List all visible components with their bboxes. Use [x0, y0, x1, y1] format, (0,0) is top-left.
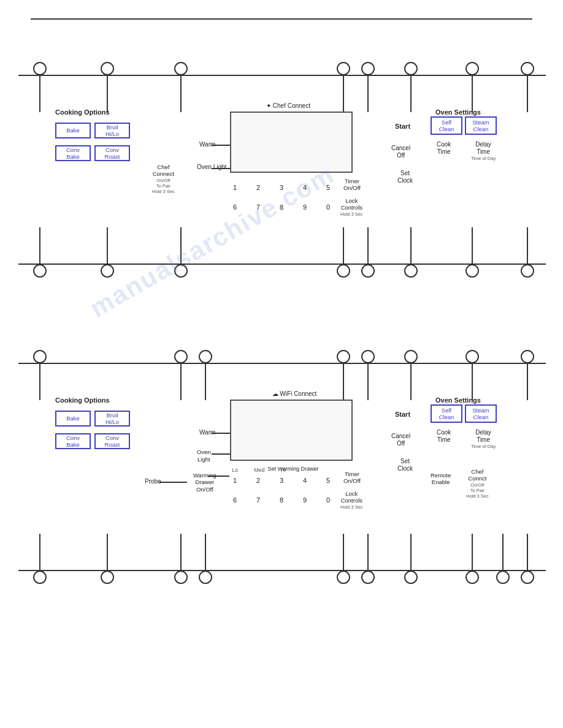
- oven-light-label-2: OvenLight: [197, 449, 211, 464]
- vline-b1: [39, 227, 40, 264]
- vline-t7: [472, 75, 473, 112]
- circle-top-1: [33, 62, 47, 75]
- self-clean-button[interactable]: Self Clean: [431, 116, 462, 135]
- set-clock-label[interactable]: Set Clock: [397, 170, 413, 184]
- num2-4-label[interactable]: 4: [303, 477, 307, 485]
- start-label[interactable]: Start: [395, 123, 410, 131]
- oven-light-label: Oven Light: [197, 164, 226, 171]
- circle-bot-4: [337, 264, 350, 278]
- timer-label-2: TimerOn/Off: [343, 471, 361, 485]
- num2-3-label[interactable]: 3: [280, 477, 283, 485]
- vline2-b1: [39, 534, 40, 571]
- cooking-options-label-2: Cooking Options: [55, 396, 110, 404]
- circle-bot-8: [521, 264, 534, 278]
- vline-t1: [39, 75, 40, 112]
- num2-8-label[interactable]: 8: [280, 496, 283, 504]
- cancel-off-label[interactable]: CancelOff: [391, 145, 410, 159]
- vline2-b6: [367, 534, 369, 571]
- vline2-t2: [180, 363, 182, 400]
- conv-roast-button[interactable]: Conv Roast: [94, 145, 130, 161]
- self-clean-button-2[interactable]: Self Clean: [431, 404, 462, 423]
- circle-top-2: [101, 62, 114, 75]
- broil-button[interactable]: Broil Hi/Lo: [94, 123, 130, 138]
- vline2-t3: [205, 363, 206, 400]
- conv-bake-button[interactable]: Conv Bake: [55, 145, 91, 161]
- circle2-bot-4: [199, 571, 212, 584]
- circle2-top-4: [337, 350, 350, 363]
- start-label-2[interactable]: Start: [395, 411, 410, 419]
- cook-time-label-2: Cook Time: [437, 429, 451, 444]
- conv-roast-button-2[interactable]: Conv Roast: [94, 433, 130, 449]
- circle2-bot-10: [521, 571, 534, 584]
- num-9-label[interactable]: 9: [303, 203, 307, 211]
- chef-connect-screen-label: ✦ Chef Connect: [233, 102, 343, 110]
- circle2-bot-5: [337, 571, 350, 584]
- circle2-top-3: [199, 350, 212, 363]
- num-4-label[interactable]: 4: [303, 184, 307, 192]
- num-0-label[interactable]: 0: [326, 203, 330, 211]
- num2-9-label[interactable]: 9: [303, 496, 307, 504]
- conv-bake-button-2[interactable]: Conv Bake: [55, 433, 91, 449]
- circle2-bot-8: [465, 571, 479, 584]
- num-3-label[interactable]: 3: [280, 184, 283, 192]
- bottom-rail-1: [18, 264, 546, 265]
- num2-6-label[interactable]: 6: [233, 496, 237, 504]
- probe-label: Probe: [145, 478, 161, 485]
- num-8-label[interactable]: 8: [280, 203, 283, 211]
- vline-b6: [410, 227, 412, 264]
- circle-bot-7: [465, 264, 479, 278]
- num2-0-label[interactable]: 0: [326, 496, 330, 504]
- oven-settings-label-2: Oven Settings: [435, 396, 481, 404]
- circle-top-3: [174, 62, 188, 75]
- set-clock-label-2[interactable]: Set Clock: [397, 458, 413, 472]
- probe-line: [159, 482, 187, 483]
- vline-b8: [527, 227, 528, 264]
- circle2-bot-9: [496, 571, 510, 584]
- vline-b4: [343, 227, 344, 264]
- num2-7-label[interactable]: 7: [256, 496, 260, 504]
- num2-2-label[interactable]: 2: [256, 477, 260, 485]
- bake-button-2[interactable]: Bake: [55, 411, 91, 427]
- lock-controls-label-2: LockControls Hold 3 Sec: [340, 490, 363, 510]
- top-rail-1: [18, 75, 546, 76]
- num-7-label[interactable]: 7: [256, 203, 260, 211]
- warm-line-2: [212, 433, 230, 434]
- circle2-bot-7: [404, 571, 418, 584]
- num-2-label[interactable]: 2: [256, 184, 260, 192]
- page-container: Cooking Options Oven Settings ✦ Chef Con…: [0, 0, 563, 645]
- cook-time-label: Cook Time: [437, 141, 451, 156]
- vline-t6: [410, 75, 412, 112]
- vline-t8: [527, 75, 528, 112]
- num-1-label[interactable]: 1: [233, 184, 237, 192]
- num-6-label[interactable]: 6: [233, 203, 237, 211]
- lock-controls-label: LockControls Hold 3 Sec: [340, 197, 363, 217]
- circle2-top-2: [174, 350, 188, 363]
- circle2-bot-1: [33, 571, 47, 584]
- oven-light-line-2: [212, 453, 230, 455]
- steam-clean-button[interactable]: Steam Clean: [465, 116, 497, 135]
- cooking-options-label: Cooking Options: [55, 108, 110, 116]
- display-screen-2: [230, 400, 353, 461]
- vline-t5: [367, 75, 369, 112]
- circle-bot-3: [174, 264, 188, 278]
- num-5-label[interactable]: 5: [326, 184, 330, 192]
- top-line: [31, 18, 532, 20]
- cancel-off-label-2[interactable]: CancelOff: [391, 433, 410, 447]
- vline2-b10: [527, 534, 528, 571]
- chef-connect-small-label-2: Chef Connct On/Off To Pair Hold 3 Sec: [466, 468, 489, 499]
- vline2-t5: [367, 363, 369, 400]
- circle-top-5: [361, 62, 375, 75]
- circle-bot-2: [101, 264, 114, 278]
- num2-1-label[interactable]: 1: [233, 477, 237, 485]
- num2-5-label[interactable]: 5: [326, 477, 330, 485]
- bake-button[interactable]: Bake: [55, 123, 91, 138]
- diagram2: Cooking Options Oven Settings ☁ WiFi Con…: [18, 326, 546, 608]
- circle2-top-7: [465, 350, 479, 363]
- circle-bot-1: [33, 264, 47, 278]
- steam-clean-button-2[interactable]: Steam Clean: [465, 404, 497, 423]
- circle2-bot-2: [101, 571, 114, 584]
- vline2-b3: [180, 534, 182, 571]
- wifi-connect-label: ☁ WiFi Connect: [233, 390, 356, 398]
- broil-button-2[interactable]: Broil Hi/Lo: [94, 411, 130, 427]
- oven-settings-label: Oven Settings: [435, 108, 481, 116]
